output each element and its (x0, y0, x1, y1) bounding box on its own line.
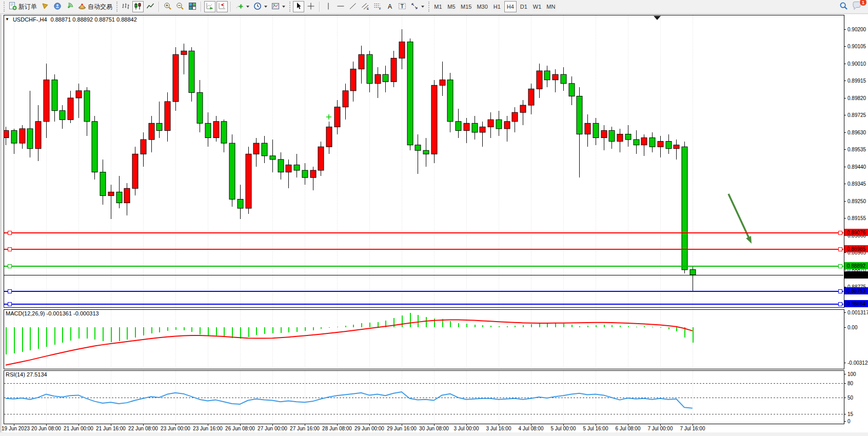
new-order-button[interactable]: 新订单 (7, 1, 38, 12)
time-axis-label[interactable]: 27 Jun 00:00 (258, 426, 287, 431)
svg-text:0.89630: 0.89630 (847, 130, 866, 135)
chart-shift-button[interactable] (216, 1, 228, 12)
line-handle[interactable] (8, 231, 12, 234)
line-handle[interactable] (8, 302, 12, 306)
candle (407, 42, 413, 145)
timeframe-button-m1[interactable]: M1 (432, 1, 444, 12)
timeframe-button-w1[interactable]: W1 (531, 1, 544, 12)
line-handle[interactable] (839, 264, 842, 268)
timeframe-button-h1[interactable]: H1 (491, 1, 503, 12)
time-axis-label[interactable]: 29 Jun 16:00 (387, 426, 417, 431)
user-profile-button[interactable] (52, 1, 63, 12)
candle (181, 51, 187, 54)
time-axis-label[interactable]: 19 Jun 2023 (2, 426, 30, 431)
zoom-out-button[interactable] (174, 1, 186, 12)
time-axis-label[interactable]: 5 Jul 16:00 (583, 426, 608, 431)
candlestick-chart-button[interactable] (132, 1, 144, 12)
line-handle[interactable] (8, 264, 12, 268)
trendline-tool-button[interactable] (347, 1, 359, 12)
arrows-dropdown-caret (421, 6, 424, 8)
tile-windows-button[interactable] (187, 1, 198, 12)
text-label-tool-button[interactable]: T (397, 1, 408, 12)
toolbar-grip[interactable] (428, 2, 429, 12)
time-axis-label[interactable]: 23 Jun 16:00 (193, 426, 223, 431)
time-axis-label[interactable]: 7 Jul 00:00 (648, 426, 673, 431)
mql5-community-button[interactable] (40, 1, 51, 12)
line-handle[interactable] (839, 247, 842, 251)
fibonacci-tool-button[interactable]: F (372, 1, 383, 12)
time-axis-label[interactable]: 26 Jun 08:00 (225, 426, 255, 431)
autotrading-button[interactable]: 自动交易 (76, 1, 114, 12)
time-axis-label[interactable]: 22 Jun 08:00 (128, 426, 158, 431)
time-axis-label[interactable]: 29 Jun 00:00 (354, 426, 384, 431)
timeframe-button-d1[interactable]: D1 (518, 1, 530, 12)
signals-button[interactable] (64, 1, 75, 12)
line-handle[interactable] (8, 289, 12, 293)
toolbar-separator (201, 2, 202, 12)
crosshair-button[interactable] (305, 1, 317, 12)
zoom-in-icon (164, 2, 172, 12)
auto-scroll-icon (206, 2, 214, 12)
candle (585, 123, 590, 134)
bar-chart-button[interactable] (120, 1, 131, 12)
cursor-icon (294, 2, 303, 12)
candle (617, 134, 623, 142)
time-axis-label[interactable]: 7 Jul 16:00 (680, 426, 705, 431)
time-axis-label[interactable]: 30 Jun 08:00 (419, 426, 449, 431)
line-handle[interactable] (839, 289, 842, 293)
timeframe-button-m5[interactable]: M5 (445, 1, 458, 12)
time-axis-label[interactable]: 21 Jun 00:00 (64, 426, 93, 431)
chart-canvas[interactable]: 0.902000.901050.900100.899150.898200.897… (0, 0, 868, 436)
equidistant-channel-tool-button[interactable]: E (360, 1, 371, 12)
time-axis-label[interactable]: 20 Jun 08:00 (31, 426, 61, 431)
candle (399, 42, 405, 58)
cursor-button[interactable] (293, 1, 304, 12)
timeframe-button-mn[interactable]: MN (544, 1, 557, 12)
notification-badge[interactable]: 1 (859, 0, 867, 6)
chart-dropdown-icon[interactable]: ▼ (5, 17, 9, 22)
vertical-line-tool-button[interactable] (323, 1, 334, 12)
time-axis-label[interactable]: 5 Jul 00:00 (551, 426, 576, 431)
timeframe-button-m30[interactable]: M30 (475, 1, 489, 12)
time-axis-label[interactable]: 28 Jun 08:00 (322, 426, 352, 431)
text-tool-button[interactable]: A (384, 1, 396, 12)
candle (326, 127, 332, 147)
time-axis-label[interactable]: 6 Jul 08:00 (616, 426, 641, 431)
time-axis-label[interactable]: 4 Jul 08:00 (519, 426, 544, 431)
zoom-out-icon (176, 2, 184, 12)
candle (383, 74, 388, 82)
search-icon (839, 2, 848, 12)
svg-text:0.89535: 0.89535 (847, 147, 866, 152)
indicators-button[interactable] (234, 1, 251, 12)
toolbar-grip[interactable] (289, 2, 290, 12)
line-handle[interactable] (839, 302, 842, 306)
time-axis-label[interactable]: 3 Jul 16:00 (486, 426, 511, 431)
candle (649, 138, 655, 147)
candle (682, 147, 687, 270)
timeframe-button-h4[interactable]: H4 (504, 1, 517, 12)
line-handle[interactable] (839, 231, 842, 234)
zoom-in-button[interactable] (162, 1, 173, 12)
svg-text:0.90010: 0.90010 (847, 61, 866, 67)
candle (496, 120, 502, 129)
crosshair-icon (307, 2, 315, 12)
timeframe-button-m15[interactable]: M15 (459, 1, 474, 12)
svg-text:F: F (379, 7, 381, 10)
time-axis-label[interactable]: 23 Jun 00:00 (161, 426, 190, 431)
line-handle[interactable] (8, 247, 12, 251)
arrows-tool-button[interactable] (409, 1, 426, 12)
auto-scroll-button[interactable] (204, 1, 215, 12)
toolbar-grip[interactable] (116, 2, 117, 12)
time-axis-label[interactable]: 3 Jul 00:00 (454, 426, 479, 431)
horizontal-line-tool-button[interactable] (335, 1, 346, 12)
toolbar-grip[interactable] (4, 2, 5, 12)
candle (165, 102, 170, 130)
search-button[interactable] (838, 1, 850, 12)
templates-dropdown-caret (282, 6, 285, 8)
time-axis-label[interactable]: 27 Jun 16:00 (290, 426, 320, 431)
templates-button[interactable] (270, 1, 287, 12)
periods-button[interactable] (252, 1, 269, 12)
line-chart-button[interactable] (145, 1, 156, 12)
svg-text:80: 80 (847, 381, 854, 386)
time-axis-label[interactable]: 21 Jun 16:00 (96, 426, 126, 431)
